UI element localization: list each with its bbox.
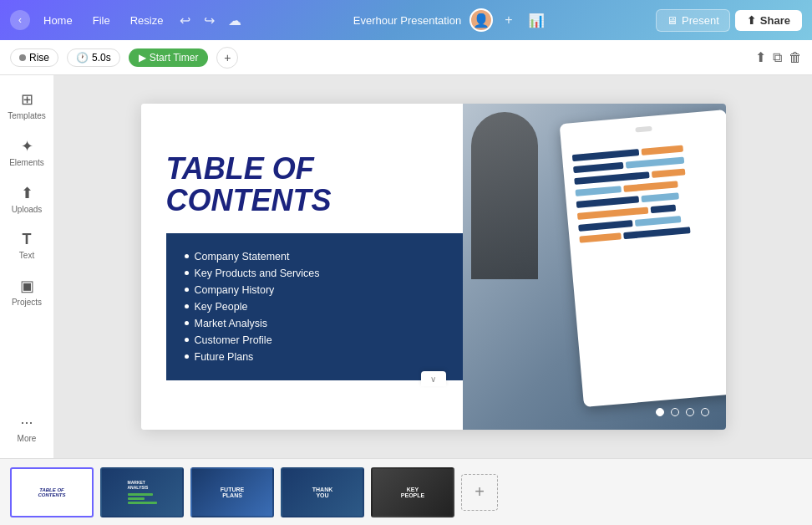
toolbar-upload-button[interactable]: ⬆	[755, 49, 766, 65]
sidebar-item-elements[interactable]: ✦ Elements	[3, 130, 50, 174]
list-item: Company Statement	[185, 248, 444, 265]
thumb-5-label: KEYPEOPLE	[398, 484, 427, 501]
top-navigation: ‹ Home File Resize ↩ ↪ ☁ Everhour Presen…	[0, 0, 812, 40]
clipboard-chart	[559, 110, 725, 407]
slide-contents-box: Company Statement Key Products and Servi…	[166, 233, 463, 380]
share-icon: ⬆	[747, 14, 756, 27]
present-button[interactable]: 🖥 Present	[656, 9, 730, 32]
user-avatar[interactable]: 👤	[469, 8, 493, 32]
bullet-icon	[185, 271, 189, 275]
elements-label: Elements	[9, 158, 44, 167]
sidebar-item-text[interactable]: T Text	[3, 224, 50, 267]
thumb-3-label: FUTUREPLANS	[218, 484, 246, 501]
back-button[interactable]: ‹	[10, 10, 30, 30]
thumbnail-3[interactable]: FUTUREPLANS	[190, 467, 274, 517]
add-collaborator-button[interactable]: +	[501, 9, 515, 31]
undo-button[interactable]: ↩	[176, 9, 194, 32]
list-item: Future Plans	[185, 349, 444, 365]
sidebar-item-templates[interactable]: ⊞ Templates	[3, 84, 50, 127]
sidebar-item-projects[interactable]: ▣ Projects	[3, 270, 50, 313]
share-button[interactable]: ⬆ Share	[735, 10, 802, 31]
toolbar-right: ⬆ ⧉ 🗑	[755, 49, 802, 65]
canvas-area[interactable]: TABLE OF CONTENTS Company Statement Key …	[54, 75, 812, 458]
bullet-icon	[185, 354, 189, 359]
slide-left-panel: TABLE OF CONTENTS Company Statement Key …	[141, 104, 463, 430]
rise-animation-button[interactable]: Rise	[10, 48, 58, 67]
thumb-4-label: THANKYOU	[310, 484, 336, 501]
slide-dot-1[interactable]	[656, 408, 664, 416]
thumb-inner-3: FUTUREPLANS	[192, 469, 272, 516]
templates-icon: ⊞	[21, 90, 33, 109]
templates-label: Templates	[8, 111, 46, 120]
panel-collapse-handle[interactable]: ∨	[421, 371, 446, 386]
rise-dot-icon	[19, 54, 26, 61]
list-item: Key Products and Services	[185, 265, 444, 282]
thumb-2-left: MARKETANALYSIS	[128, 480, 157, 504]
slide-dot-2[interactable]	[671, 408, 679, 416]
nav-right-actions: 🖥 Present ⬆ Share	[656, 9, 802, 32]
time-duration-button[interactable]: 🕐 5.0s	[67, 48, 120, 67]
projects-label: Projects	[12, 298, 42, 307]
analytics-button[interactable]: 📊	[525, 9, 548, 32]
thumb-2-bars	[128, 493, 157, 504]
thumbnail-5[interactable]: KEYPEOPLE	[371, 467, 454, 517]
text-icon: T	[23, 231, 32, 248]
cloud-button[interactable]: ☁	[225, 9, 245, 32]
contents-list: Company Statement Key Products and Servi…	[185, 248, 444, 365]
share-label: Share	[760, 14, 790, 27]
start-timer-button[interactable]: ▶ Start Timer	[129, 48, 209, 67]
file-tab[interactable]: File	[86, 11, 117, 30]
more-label: More	[18, 434, 37, 443]
clipboard-clip	[635, 126, 652, 133]
slide-toolbar: Rise 🕐 5.0s ▶ Start Timer + ⬆ ⧉ 🗑	[0, 40, 812, 75]
bullet-icon	[185, 338, 189, 342]
time-label: 5.0s	[92, 52, 111, 64]
thumbnail-strip: TABLE OFCONTENTS MARKETANALYSIS FUTUREPL…	[0, 458, 812, 525]
present-label: Present	[682, 14, 719, 27]
toolbar-delete-button[interactable]: 🗑	[789, 49, 802, 65]
bullet-icon	[185, 288, 189, 292]
add-animation-button[interactable]: +	[216, 47, 238, 69]
list-item: Customer Profile	[185, 332, 444, 349]
play-icon: ▶	[139, 52, 146, 64]
slide-right-panel	[463, 104, 726, 430]
sidebar-item-more[interactable]: ··· More	[3, 407, 50, 450]
chevron-down-icon: ∨	[430, 375, 436, 384]
title-line-1: TABLE OF	[166, 151, 314, 186]
resize-tab[interactable]: Resize	[124, 11, 170, 30]
thumbnail-1[interactable]: TABLE OFCONTENTS	[10, 467, 94, 517]
left-sidebar: ⊞ Templates ✦ Elements ⬆ Uploads T Text …	[0, 75, 54, 458]
sidebar-item-uploads[interactable]: ⬆ Uploads	[3, 177, 50, 221]
person-silhouette	[471, 112, 538, 279]
bullet-icon	[185, 254, 189, 258]
title-line-2: CONTENTS	[166, 183, 332, 217]
add-slide-button[interactable]: +	[461, 474, 498, 511]
clock-icon: 🕐	[76, 52, 89, 64]
thumb-1-label: TABLE OFCONTENTS	[36, 485, 69, 500]
toolbar-copy-button[interactable]: ⧉	[773, 49, 782, 65]
list-item: Company History	[185, 282, 444, 298]
thumb-inner-5: KEYPEOPLE	[373, 469, 453, 516]
thumbnail-4[interactable]: THANKYOU	[281, 467, 364, 517]
redo-button[interactable]: ↪	[200, 9, 218, 32]
bar-chart	[571, 142, 725, 243]
presentation-title: Everhour Presentation	[353, 14, 461, 27]
thumb-inner-4: THANKYOU	[282, 469, 363, 516]
text-label: Text	[19, 251, 34, 260]
home-tab[interactable]: Home	[37, 11, 79, 30]
thumb-inner-2: MARKETANALYSIS	[102, 469, 182, 516]
slide-title: TABLE OF CONTENTS	[166, 153, 463, 217]
thumb-inner-1: TABLE OFCONTENTS	[12, 469, 92, 516]
elements-icon: ✦	[21, 137, 33, 155]
uploads-label: Uploads	[12, 205, 43, 214]
slide-dots	[656, 408, 709, 416]
slide-dot-4[interactable]	[701, 408, 709, 416]
slide-background-image	[463, 104, 726, 430]
monitor-icon: 🖥	[667, 14, 678, 27]
rise-label: Rise	[29, 52, 49, 64]
start-timer-label: Start Timer	[150, 52, 199, 64]
slide-dot-3[interactable]	[686, 408, 694, 416]
list-item: Market Analysis	[185, 315, 444, 332]
nav-center: Everhour Presentation 👤 + 📊	[251, 8, 649, 32]
thumbnail-2[interactable]: MARKETANALYSIS	[100, 467, 184, 517]
